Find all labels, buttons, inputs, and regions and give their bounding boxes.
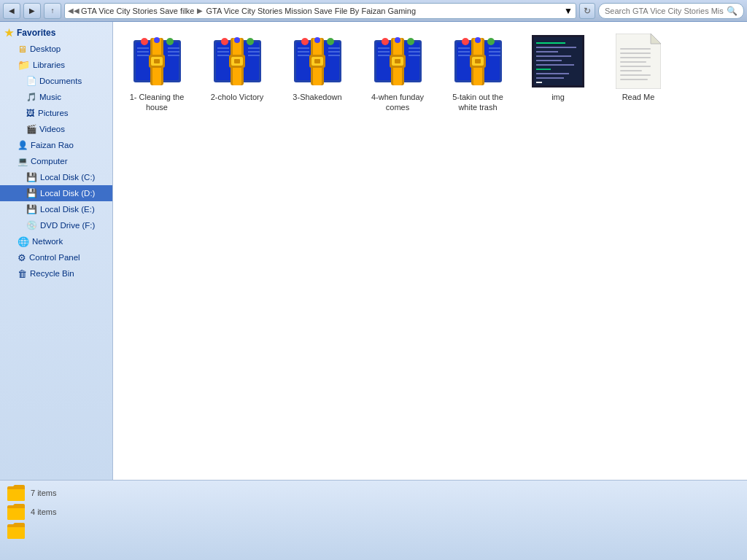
libraries-label: Libraries xyxy=(33,61,65,69)
local-disk-e-label: Local Disk (E:) xyxy=(40,205,95,214)
forward-button[interactable]: ▶ xyxy=(23,3,41,19)
back-button[interactable]: ◀ xyxy=(3,3,20,19)
sidebar-item-local-disk-c[interactable]: 💾 Local Disk (C:) xyxy=(0,169,112,185)
svg-rect-44 xyxy=(328,55,340,56)
archive-icon-5 xyxy=(451,34,506,89)
sidebar-item-pictures[interactable]: 🖼 Pictures xyxy=(0,105,112,121)
videos-icon: 🎬 xyxy=(26,124,36,134)
file-label-3: 3-Shakedown xyxy=(293,92,341,102)
sidebar-item-desktop[interactable]: 🖥 Desktop xyxy=(0,41,112,57)
faizan-rao-label: Faizan Rao xyxy=(31,141,74,149)
svg-rect-103 xyxy=(620,79,648,80)
svg-rect-59 xyxy=(409,51,420,52)
svg-rect-71 xyxy=(458,47,470,49)
svg-rect-100 xyxy=(620,66,651,67)
path-separator: ▶ xyxy=(197,7,203,15)
archive-icon-3 xyxy=(290,34,345,89)
file-item-6[interactable]: img xyxy=(522,29,595,116)
up-button[interactable]: ↑ xyxy=(44,3,61,19)
svg-rect-90 xyxy=(536,77,564,79)
svg-rect-97 xyxy=(620,52,651,54)
svg-rect-57 xyxy=(378,55,390,56)
svg-rect-38 xyxy=(314,59,320,63)
svg-point-29 xyxy=(221,38,228,45)
search-input[interactable] xyxy=(605,7,724,15)
desktop-icon: 🖥 xyxy=(18,44,27,55)
svg-rect-98 xyxy=(620,57,651,58)
sidebar-item-local-disk-e[interactable]: 💾 Local Disk (E:) xyxy=(0,201,112,217)
refresh-button[interactable]: ↻ xyxy=(579,3,595,19)
svg-point-13 xyxy=(141,38,148,45)
svg-rect-84 xyxy=(536,51,558,52)
svg-rect-8 xyxy=(137,51,149,52)
svg-rect-87 xyxy=(536,64,574,66)
svg-point-47 xyxy=(314,37,320,43)
sidebar-item-faizan-rao[interactable]: 👤 Faizan Rao xyxy=(0,137,112,153)
control-panel-icon: ⚙ xyxy=(18,252,26,263)
file-item-1[interactable]: 1- Cleaning the house xyxy=(120,29,193,116)
file-label-1: 1- Cleaning the house xyxy=(123,92,190,113)
sidebar-item-dvd-drive[interactable]: 💿 DVD Drive (F:) xyxy=(0,217,112,233)
file-item-3[interactable]: 3-Shakedown xyxy=(281,29,354,116)
svg-rect-12 xyxy=(168,55,179,56)
sidebar-item-network[interactable]: 🌐 Network xyxy=(0,233,112,249)
search-bar[interactable]: 🔍 xyxy=(598,3,744,19)
file-item-7[interactable]: Read Me xyxy=(602,29,675,116)
address-bar[interactable]: ◀◀ GTA Vice City Stories Save filke ▶ GT… xyxy=(64,3,576,19)
user-icon: 👤 xyxy=(18,140,28,150)
file-label-5: 5-takin out the white trash xyxy=(444,92,511,113)
star-icon: ★ xyxy=(4,27,14,39)
svg-rect-76 xyxy=(489,55,500,56)
network-icon: 🌐 xyxy=(18,236,29,247)
svg-rect-82 xyxy=(536,42,565,44)
svg-rect-72 xyxy=(458,51,470,52)
svg-rect-10 xyxy=(168,47,179,49)
svg-rect-24 xyxy=(217,51,229,52)
control-panel-label: Control Panel xyxy=(29,253,80,262)
file-icon-3 xyxy=(288,32,347,90)
sidebar-item-recycle-bin[interactable]: 🗑 Recycle Bin xyxy=(0,265,112,281)
sidebar-item-control-panel[interactable]: ⚙ Control Panel xyxy=(0,249,112,265)
local-disk-d-label: Local Disk (D:) xyxy=(40,189,95,198)
documents-icon: 📄 xyxy=(26,76,36,86)
file-item-2[interactable]: 2-cholo Victory xyxy=(201,29,274,116)
title-bar: ◀ ▶ ↑ ◀◀ GTA Vice City Stories Save filk… xyxy=(0,0,747,22)
svg-rect-28 xyxy=(248,55,260,56)
file-icon-2 xyxy=(208,32,266,90)
svg-rect-83 xyxy=(536,47,576,48)
svg-rect-41 xyxy=(298,55,309,56)
text-file-icon xyxy=(616,34,661,89)
music-icon: 🎵 xyxy=(26,92,36,102)
file-label-7: Read Me xyxy=(622,92,655,102)
svg-rect-56 xyxy=(378,51,390,52)
svg-rect-7 xyxy=(137,47,149,49)
svg-rect-102 xyxy=(620,74,651,76)
svg-rect-9 xyxy=(137,55,149,56)
dropdown-arrow[interactable]: ▼ xyxy=(564,6,573,16)
file-label-6: img xyxy=(551,92,565,102)
breadcrumb-path1: GTA Vice City Stories Save filke xyxy=(81,7,194,15)
sidebar-item-local-disk-d[interactable]: 💾 Local Disk (D:) xyxy=(0,185,112,201)
favorites-label: Favorites xyxy=(17,28,55,38)
file-icon-5 xyxy=(449,32,507,90)
svg-rect-85 xyxy=(536,55,571,57)
svg-point-63 xyxy=(395,37,400,43)
sidebar-item-computer[interactable]: 💻 Computer xyxy=(0,153,112,169)
svg-rect-43 xyxy=(328,51,340,52)
svg-rect-86 xyxy=(536,60,562,61)
sidebar-item-documents[interactable]: 📄 Documents xyxy=(0,73,112,89)
libraries-icon: 📁 xyxy=(18,59,30,71)
file-item-4[interactable]: 4-when funday comes xyxy=(361,29,434,116)
folder-icon-3 xyxy=(7,523,25,539)
sidebar-item-music[interactable]: 🎵 Music xyxy=(0,89,112,105)
svg-point-14 xyxy=(166,38,174,45)
svg-rect-74 xyxy=(489,47,500,49)
desktop-label: Desktop xyxy=(30,44,61,53)
sidebar-item-videos[interactable]: 🎬 Videos xyxy=(0,121,112,137)
file-item-5[interactable]: 5-takin out the white trash xyxy=(441,29,514,116)
sidebar-item-favorites[interactable]: ★ Favorites xyxy=(0,25,112,41)
sidebar-item-libraries[interactable]: 📁 Libraries xyxy=(0,57,112,73)
folder-icon-2 xyxy=(7,504,25,520)
archive-icon-4 xyxy=(371,34,425,89)
svg-point-46 xyxy=(327,38,334,45)
